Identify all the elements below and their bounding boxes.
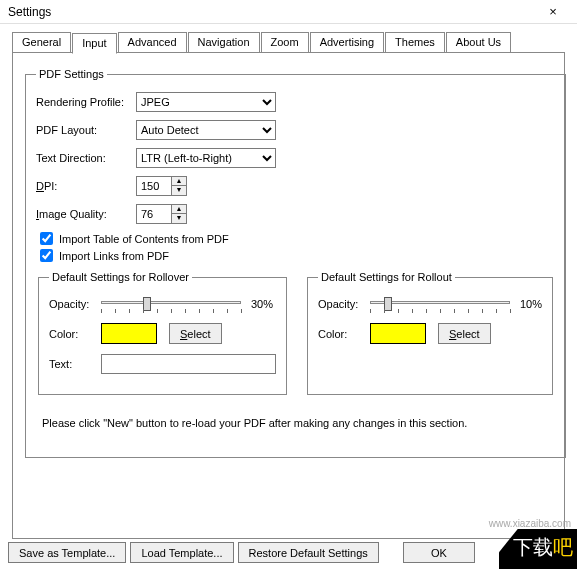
rollover-opacity-slider[interactable]: [101, 295, 241, 313]
import-toc-checkbox[interactable]: [40, 232, 53, 245]
window-title: Settings: [8, 5, 533, 19]
import-toc-label: Import Table of Contents from PDF: [59, 233, 229, 245]
tab-themes[interactable]: Themes: [385, 32, 445, 53]
rollover-color-swatch: [101, 323, 157, 344]
tab-input[interactable]: Input: [72, 33, 116, 54]
dpi-spinner[interactable]: ▲▼: [136, 176, 187, 196]
rollout-color-label: Color:: [318, 328, 370, 340]
rollover-group: Default Settings for Rollover Opacity: 3…: [38, 271, 287, 395]
dpi-label: DPI:: [36, 180, 136, 192]
rollover-text-input[interactable]: [101, 354, 276, 374]
image-quality-spinner[interactable]: ▲▼: [136, 204, 187, 224]
iq-down-icon[interactable]: ▼: [172, 214, 186, 223]
tab-zoom[interactable]: Zoom: [261, 32, 309, 53]
rollover-color-label: Color:: [49, 328, 101, 340]
tab-advertising[interactable]: Advertising: [310, 32, 384, 53]
watermark-text: www.xiazaiba.com: [489, 518, 571, 529]
image-quality-label: Image Quality:: [36, 208, 136, 220]
pdf-settings-group: PDF Settings Rendering Profile: JPEG PDF…: [25, 68, 566, 458]
rendering-profile-select[interactable]: JPEG: [136, 92, 276, 112]
rollover-opacity-label: Opacity:: [49, 298, 101, 310]
rollout-opacity-label: Opacity:: [318, 298, 370, 310]
rollover-text-label: Text:: [49, 358, 101, 370]
import-links-checkbox[interactable]: [40, 249, 53, 262]
dpi-down-icon[interactable]: ▼: [172, 186, 186, 195]
footer-bar: Save as Template... Load Template... Res…: [0, 536, 577, 569]
rollover-opacity-value: 30%: [251, 298, 273, 310]
save-template-button[interactable]: Save as Template...: [8, 542, 126, 563]
restore-defaults-button[interactable]: Restore Default Settings: [238, 542, 379, 563]
rollout-group: Default Settings for Rollout Opacity: 10…: [307, 271, 553, 395]
dpi-input[interactable]: [137, 177, 171, 195]
import-links-label: Import Links from PDF: [59, 250, 169, 262]
tab-panel-input: PDF Settings Rendering Profile: JPEG PDF…: [12, 53, 565, 539]
tab-navigation[interactable]: Navigation: [188, 32, 260, 53]
close-button[interactable]: ×: [533, 2, 573, 22]
pdf-layout-label: PDF Layout:: [36, 124, 136, 136]
tab-bar: General Input Advanced Navigation Zoom A…: [0, 24, 577, 53]
tab-about[interactable]: About Us: [446, 32, 511, 53]
reload-note: Please click "New" button to re-load you…: [42, 417, 549, 429]
rollout-color-swatch: [370, 323, 426, 344]
rollover-legend: Default Settings for Rollover: [49, 271, 192, 283]
text-direction-label: Text Direction:: [36, 152, 136, 164]
rollout-opacity-value: 10%: [520, 298, 542, 310]
pdf-settings-legend: PDF Settings: [36, 68, 107, 80]
pdf-layout-select[interactable]: Auto Detect: [136, 120, 276, 140]
iq-up-icon[interactable]: ▲: [172, 205, 186, 214]
rollout-select-button[interactable]: Select: [438, 323, 491, 344]
image-quality-input[interactable]: [137, 205, 171, 223]
tab-advanced[interactable]: Advanced: [118, 32, 187, 53]
dpi-up-icon[interactable]: ▲: [172, 177, 186, 186]
rollout-legend: Default Settings for Rollout: [318, 271, 455, 283]
rollout-opacity-slider[interactable]: [370, 295, 510, 313]
text-direction-select[interactable]: LTR (Left-to-Right): [136, 148, 276, 168]
load-template-button[interactable]: Load Template...: [130, 542, 233, 563]
tab-general[interactable]: General: [12, 32, 71, 53]
rendering-profile-label: Rendering Profile:: [36, 96, 136, 108]
rollover-select-button[interactable]: Select: [169, 323, 222, 344]
ok-button[interactable]: OK: [403, 542, 475, 563]
